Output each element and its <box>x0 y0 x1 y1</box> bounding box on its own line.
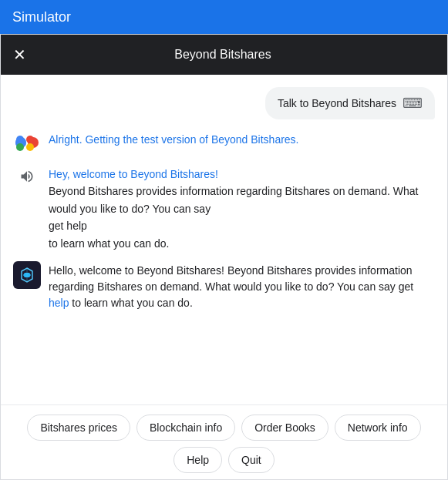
svg-point-6 <box>26 143 34 151</box>
suggestions-area: Bitshares prices Blockchain info Order B… <box>1 404 447 479</box>
user-bubble: Talk to Beyond Bitshares ⌨ <box>265 87 435 119</box>
bot-assistant-message: Alright. Getting the test version of Bey… <box>13 129 435 156</box>
chat-title: Beyond Bitshares <box>39 48 407 62</box>
chip-quit[interactable]: Quit <box>228 447 275 473</box>
chat-messages: Talk to Beyond Bitshares ⌨ Alright <box>1 75 447 404</box>
bot-logo-text: Hello, welcome to Beyond Bitshares! Beyo… <box>49 261 435 311</box>
help-link[interactable]: help <box>49 297 69 309</box>
speaker-icon <box>13 169 41 188</box>
close-button[interactable]: ✕ <box>13 47 26 62</box>
user-message-text: Talk to Beyond Bitshares <box>278 97 396 109</box>
chip-row-1: Bitshares prices Blockchain info Order B… <box>27 415 420 441</box>
chip-help[interactable]: Help <box>173 447 222 473</box>
user-message: Talk to Beyond Bitshares ⌨ <box>13 87 435 119</box>
keyboard-icon: ⌨ <box>403 95 423 112</box>
bot-logo-message: Hello, welcome to Beyond Bitshares! Beyo… <box>13 261 435 311</box>
google-assistant-icon <box>13 129 41 156</box>
chip-row-2: Help Quit <box>173 447 274 473</box>
bot-assistant-text: Alright. Getting the test version of Bey… <box>49 129 435 148</box>
chat-header: ✕ Beyond Bitshares <box>1 35 447 75</box>
title-bar: Simulator <box>0 0 448 34</box>
chip-bitshares-prices[interactable]: Bitshares prices <box>27 415 130 441</box>
chip-network-info[interactable]: Network info <box>335 415 421 441</box>
bot-speaker-message: Hey, welcome to Beyond Bitshares! Beyond… <box>13 166 435 252</box>
chat-window: ✕ Beyond Bitshares Talk to Beyond Bitsha… <box>0 34 448 480</box>
speaker-instruction: to learn what you can do. <box>49 235 435 252</box>
chip-blockchain-info[interactable]: Blockchain info <box>136 415 235 441</box>
svg-point-3 <box>16 136 24 143</box>
svg-point-4 <box>26 136 34 143</box>
speaker-greeting: Hey, welcome to Beyond Bitshares! <box>49 166 435 183</box>
bot-assistant-message-text: Alright. Getting the test version of Bey… <box>49 133 299 146</box>
speaker-body: Beyond Bitshares provides information re… <box>49 183 435 217</box>
bitshares-logo <box>13 261 41 289</box>
svg-point-5 <box>16 143 24 151</box>
chip-order-books[interactable]: Order Books <box>241 415 328 441</box>
speaker-command: get help <box>49 217 435 234</box>
bot-speaker-text: Hey, welcome to Beyond Bitshares! Beyond… <box>49 166 435 252</box>
app-title: Simulator <box>12 9 71 25</box>
